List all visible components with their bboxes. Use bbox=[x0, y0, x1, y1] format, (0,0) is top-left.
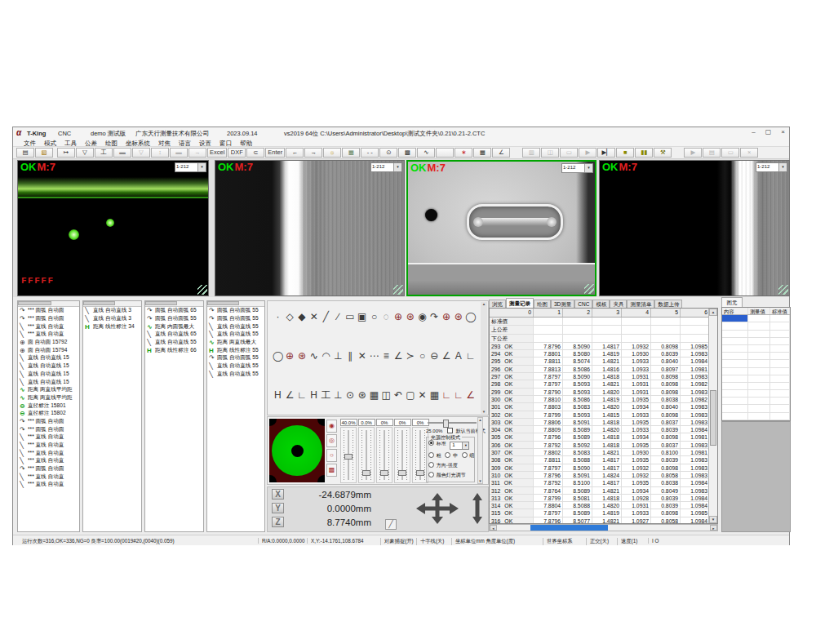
list-scrollbar[interactable] bbox=[83, 301, 141, 307]
scroll-right-icon[interactable]: ▸ bbox=[710, 525, 717, 531]
updown-tool-button[interactable]: ↕ bbox=[151, 148, 169, 158]
default-mode-checkbox[interactable] bbox=[447, 428, 453, 433]
qr-code-button[interactable]: ▦ bbox=[473, 148, 491, 158]
tool-icon[interactable]: ∠ bbox=[441, 350, 453, 362]
table-row[interactable]: 316OK7.87968.50771.48211.09270.80581.098… bbox=[490, 517, 710, 524]
dxf-button[interactable]: DXF bbox=[228, 148, 246, 158]
probe-down-button[interactable]: ▽ bbox=[76, 148, 94, 158]
measure-list-item[interactable]: ↷*** 圆弧 自动圆 bbox=[18, 465, 79, 473]
arrow-right-button[interactable]: → bbox=[304, 148, 322, 158]
tool-icon[interactable]: ⊛ bbox=[296, 350, 308, 362]
slider-thumb[interactable] bbox=[380, 470, 388, 476]
tool-icon[interactable]: ⊛ bbox=[404, 311, 416, 322]
tab-5[interactable]: 模板 bbox=[592, 300, 610, 308]
radio-coarse[interactable] bbox=[428, 452, 434, 458]
tool-icon[interactable]: ∟ bbox=[296, 389, 308, 401]
column-header-6[interactable]: 6 bbox=[681, 309, 710, 317]
measure-list-item[interactable]: ╲*** 直线 自动直 bbox=[18, 322, 79, 331]
tool-icon[interactable]: ∠ bbox=[284, 389, 296, 401]
tool-icon[interactable]: ▦ bbox=[368, 389, 380, 401]
chevron-down-icon[interactable]: ▾ bbox=[462, 442, 468, 449]
element-column-header[interactable]: 测量值 bbox=[748, 308, 770, 314]
tool-icon[interactable]: ∿ bbox=[308, 350, 320, 362]
save-as-button[interactable]: ▤ bbox=[703, 148, 721, 158]
measure-list-item[interactable]: H距离 线性标注 66 bbox=[145, 346, 203, 354]
element-row[interactable] bbox=[722, 353, 790, 360]
ring-light-button-1[interactable]: ◎ bbox=[326, 434, 337, 447]
slider-track[interactable] bbox=[340, 427, 357, 483]
tool-icon[interactable]: ◌ bbox=[380, 311, 392, 322]
element-row[interactable] bbox=[722, 398, 790, 405]
curve-button[interactable]: ∿ bbox=[417, 148, 435, 158]
measure-list-item[interactable]: ∿距离 两直线平均距 bbox=[18, 386, 79, 394]
menu-item-8[interactable]: 设置 bbox=[195, 139, 215, 146]
tool-icon[interactable]: ╱ bbox=[320, 311, 332, 322]
table-row[interactable]: 314OK7.88048.50881.48201.09310.80391.098… bbox=[490, 502, 710, 509]
slider-thumb[interactable] bbox=[398, 470, 406, 476]
dashes-button[interactable]: - - bbox=[361, 148, 379, 158]
table-row[interactable]: 299OK7.87908.50931.48201.09310.80981.098… bbox=[490, 389, 710, 396]
table-row[interactable]: 312OK7.87648.50891.48211.09340.80491.098… bbox=[490, 487, 710, 495]
measure-list-item[interactable]: ∿距离 两直线最大 bbox=[207, 339, 264, 347]
measure-list-item[interactable]: ╲*** 直线 自动直 bbox=[18, 442, 79, 450]
camera-zoom-select[interactable]: 1-212 ▾ bbox=[561, 163, 593, 173]
slider-track[interactable] bbox=[394, 427, 410, 483]
tool-icon[interactable]: ◠ bbox=[320, 350, 332, 362]
chevron-down-icon[interactable]: ▾ bbox=[393, 163, 401, 171]
image-button[interactable]: ▦ bbox=[342, 148, 360, 158]
measure-list-item[interactable]: ╲直线 自动直线 15 bbox=[18, 378, 79, 386]
table-row[interactable]: 293OK7.87968.50901.48171.09320.80981.098… bbox=[490, 343, 710, 350]
element-row[interactable] bbox=[722, 345, 790, 353]
radio-standard[interactable] bbox=[428, 440, 434, 446]
scrollbar-thumb[interactable] bbox=[145, 301, 177, 305]
measure-list-item[interactable]: ∿距离 内圆弧最大 bbox=[145, 322, 203, 331]
light-bulb-button[interactable]: ☼ bbox=[323, 148, 341, 158]
measure-list-item[interactable]: ╲直线 自动直线 55 bbox=[207, 331, 264, 339]
tool-icon[interactable]: ∠ bbox=[392, 350, 405, 362]
column-header-3[interactable]: 3 bbox=[592, 309, 622, 317]
tool-icon[interactable]: ∠ bbox=[464, 389, 477, 401]
column-header-0[interactable]: 0 bbox=[490, 309, 534, 317]
scroll-left-icon[interactable]: ◂ bbox=[490, 525, 497, 531]
element-row[interactable] bbox=[722, 405, 790, 412]
tool-icon[interactable]: ↷ bbox=[428, 311, 441, 322]
table-row[interactable]: 298OK7.87978.50931.48211.09310.80981.098… bbox=[490, 380, 710, 388]
camera-view-2[interactable]: OKM:7 1-212 ▾ bbox=[215, 160, 405, 296]
tool-icon[interactable]: ✕ bbox=[356, 350, 368, 362]
element-row[interactable] bbox=[722, 390, 790, 398]
slider-thumb[interactable] bbox=[443, 420, 449, 428]
camera-zoom-select[interactable]: 1-212 ▾ bbox=[756, 162, 787, 172]
block-tool-button[interactable]: ▬ bbox=[113, 148, 131, 158]
tool-icon[interactable]: ∥ bbox=[344, 350, 357, 362]
list-scrollbar[interactable] bbox=[145, 301, 203, 307]
open2-button[interactable]: ▭ bbox=[721, 148, 739, 158]
column-header-2[interactable]: 2 bbox=[563, 309, 592, 317]
camera-zoom-select[interactable]: 1-212 ▾ bbox=[175, 162, 206, 172]
measure-list-item[interactable]: ↷圆弧 自动圆弧 55 bbox=[145, 315, 203, 323]
scroll-up-icon[interactable]: ▲ bbox=[482, 302, 486, 306]
table-row[interactable]: 296OK7.88138.50861.48161.09330.80971.098… bbox=[490, 366, 710, 373]
table-vscrollbar[interactable]: ▲ ▼ bbox=[708, 309, 717, 523]
table-row[interactable]: 315OK7.87978.50891.48191.09330.80981.098… bbox=[490, 509, 710, 517]
scrollbar-thumb[interactable] bbox=[207, 301, 239, 305]
chart-button[interactable]: ∠ bbox=[492, 148, 510, 158]
scrollbar-thumb[interactable] bbox=[530, 525, 608, 531]
measure-list-item[interactable]: ↷圆弧 自动圆弧 55 bbox=[207, 315, 264, 323]
tool-icon[interactable]: A bbox=[452, 350, 464, 362]
pause-button[interactable]: ▮▮ bbox=[635, 148, 653, 158]
xy-jog-pad-icon[interactable] bbox=[416, 493, 459, 524]
ring-light-button-0[interactable]: ◉ bbox=[326, 420, 337, 433]
table-row[interactable]: 305OK7.87968.50891.48181.09340.80981.098… bbox=[490, 433, 710, 441]
table-row[interactable]: 304OK7.88098.50891.48201.09330.80391.098… bbox=[490, 426, 710, 433]
scrollbar-thumb[interactable] bbox=[710, 390, 716, 446]
enter-button[interactable]: Enter bbox=[265, 148, 285, 158]
table-row[interactable]: 310OK7.87968.50911.48241.09320.80581.098… bbox=[490, 472, 710, 479]
tool-icon[interactable]: ∟ bbox=[452, 389, 464, 401]
save-report-button[interactable]: ▥ bbox=[522, 148, 540, 158]
ring-light-button-2[interactable]: ○ bbox=[326, 449, 337, 462]
tool-icon[interactable]: ○ bbox=[416, 350, 428, 362]
magnifier-button[interactable]: ⊙ bbox=[379, 148, 397, 158]
table-label-row[interactable]: 上公差 bbox=[490, 326, 710, 334]
copy-button[interactable]: ◫ bbox=[541, 148, 559, 158]
open-folder-button[interactable]: ▧ bbox=[35, 148, 53, 158]
